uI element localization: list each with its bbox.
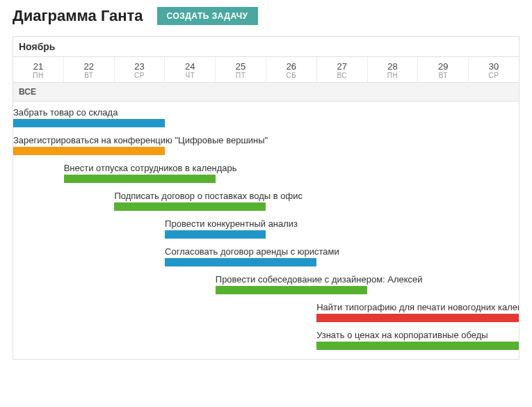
days-header: 21 ПН 22 ВТ 23 СР 24 ЧТ 25 ПТ 26 СБ 27 В… — [13, 57, 519, 83]
gantt-task-bar[interactable] — [316, 314, 519, 322]
gantt-task[interactable]: Забрать товар со склада — [13, 107, 165, 127]
day-number: 24 — [165, 61, 215, 72]
gantt-task-bar[interactable] — [165, 230, 266, 239]
day-number: 26 — [266, 61, 316, 72]
day-number: 27 — [317, 61, 367, 72]
day-number: 29 — [418, 61, 468, 72]
gantt-task-label: Провести собеседование с дизайнером: Але… — [216, 274, 367, 286]
gantt-task-label: Подписать договор о поставках воды в офи… — [114, 191, 266, 202]
day-number: 21 — [13, 61, 63, 72]
day-weekday: ПТ — [216, 72, 266, 79]
day-cell[interactable]: 22 ВТ — [64, 57, 115, 82]
day-number: 25 — [216, 61, 266, 72]
gantt-task-bar[interactable] — [165, 258, 316, 266]
gantt-task[interactable]: Согласовать договор аренды с юристами — [165, 246, 316, 266]
day-weekday: ВТ — [418, 72, 468, 79]
gantt-task-bar[interactable] — [316, 342, 519, 350]
day-weekday: ЧТ — [165, 72, 215, 79]
gantt-task-bar[interactable] — [216, 286, 367, 294]
gantt-task-label: Внести отпуска сотрудников в календарь — [64, 163, 216, 175]
day-number: 23 — [115, 61, 165, 72]
gantt-task[interactable]: Узнать о ценах на корпоративные обеды — [316, 330, 519, 350]
month-label: Ноябрь — [13, 37, 519, 57]
day-cell[interactable]: 21 ПН — [13, 57, 64, 82]
gantt-task-label: Узнать о ценах на корпоративные обеды — [316, 330, 519, 342]
gantt-task[interactable]: Провести конкурентный анализ — [165, 218, 266, 239]
day-cell[interactable]: 24 ЧТ — [165, 57, 216, 82]
header: Диаграмма Ганта СОЗДАТЬ ЗАДАЧУ — [13, 7, 519, 25]
day-number: 28 — [368, 61, 418, 72]
gantt-task-bar[interactable] — [13, 147, 165, 155]
gantt-task-label: Согласовать договор аренды с юристами — [165, 246, 316, 258]
gantt-task[interactable]: Найти типографию для печати новогодних к… — [316, 302, 519, 322]
day-cell[interactable]: 28 ПН — [368, 57, 419, 82]
gantt-task[interactable]: Провести собеседование с дизайнером: Але… — [216, 274, 367, 294]
gantt-task-bar[interactable] — [13, 119, 165, 127]
gantt-task-label: Забрать товар со склада — [13, 107, 165, 119]
day-weekday: ПН — [368, 72, 418, 79]
gantt-task-bar[interactable] — [114, 202, 266, 211]
day-cell[interactable]: 27 ВС — [317, 57, 368, 82]
day-weekday: ПН — [13, 72, 63, 79]
day-weekday: СР — [469, 72, 519, 79]
gantt-task[interactable]: Зарегистрироваться на конференцию "Цифро… — [13, 135, 165, 155]
day-cell[interactable]: 25 ПТ — [216, 57, 266, 82]
page-title: Диаграмма Ганта — [13, 7, 143, 25]
gantt-task-label: Зарегистрироваться на конференцию "Цифро… — [13, 135, 165, 147]
gantt-task-label: Найти типографию для печати новогодних к… — [316, 302, 519, 314]
day-cell[interactable]: 23 СР — [115, 57, 166, 82]
day-cell[interactable]: 29 ВТ — [418, 57, 469, 82]
gantt-task-label: Провести конкурентный анализ — [165, 218, 266, 230]
all-row-label[interactable]: ВСЕ — [13, 83, 519, 102]
day-weekday: ВС — [317, 72, 367, 79]
day-weekday: СБ — [266, 72, 316, 79]
gantt-chart-area: Забрать товар со складаЗарегистрироватьс… — [13, 102, 519, 359]
day-number: 30 — [469, 61, 519, 72]
day-weekday: ВТ — [64, 72, 114, 79]
day-cell[interactable]: 26 СБ — [266, 57, 317, 82]
gantt-task[interactable]: Внести отпуска сотрудников в календарь — [64, 163, 216, 183]
gantt-task[interactable]: Подписать договор о поставках воды в офи… — [114, 191, 266, 211]
day-weekday: СР — [115, 72, 165, 79]
create-task-button[interactable]: СОЗДАТЬ ЗАДАЧУ — [157, 7, 258, 25]
gantt-task-bar[interactable] — [64, 175, 216, 183]
day-cell[interactable]: 30 СР — [469, 57, 519, 82]
day-number: 22 — [64, 61, 114, 72]
gantt-container: Ноябрь 21 ПН 22 ВТ 23 СР 24 ЧТ 25 ПТ 26 … — [13, 36, 519, 360]
